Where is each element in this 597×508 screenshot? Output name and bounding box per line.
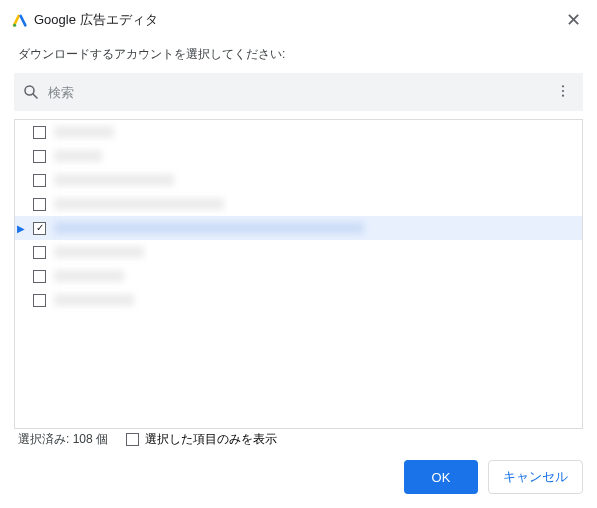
svg-point-1 [25, 86, 34, 95]
account-row[interactable] [15, 264, 582, 288]
account-name-redacted [54, 126, 114, 138]
account-checkbox[interactable] [33, 198, 46, 211]
close-icon[interactable]: ✕ [562, 11, 585, 29]
account-name-redacted [54, 246, 144, 258]
google-ads-logo-icon [12, 12, 28, 28]
account-row[interactable] [15, 168, 582, 192]
account-checkbox[interactable] [33, 294, 46, 307]
svg-point-5 [562, 94, 564, 96]
cancel-button[interactable]: キャンセル [488, 460, 583, 494]
selected-count: 選択済み: 108 個 [18, 431, 108, 448]
svg-point-0 [13, 24, 16, 27]
account-checkbox[interactable] [33, 174, 46, 187]
account-row[interactable]: ▶ [15, 216, 582, 240]
ok-button[interactable]: OK [404, 460, 478, 494]
account-name-redacted [54, 222, 364, 234]
account-list: ▶ [14, 119, 583, 429]
account-name-redacted [54, 174, 174, 186]
account-checkbox[interactable] [33, 246, 46, 259]
account-name-redacted [54, 150, 102, 162]
instructions-text: ダウンロードするアカウントを選択してください: [0, 32, 597, 73]
footer-bar: 選択済み: 108 個 選択した項目のみを表示 [0, 431, 597, 448]
account-row[interactable] [15, 144, 582, 168]
account-name-redacted [54, 270, 124, 282]
account-row[interactable] [15, 192, 582, 216]
account-checkbox[interactable] [33, 270, 46, 283]
svg-point-4 [562, 89, 564, 91]
show-selected-only-checkbox[interactable] [126, 433, 139, 446]
current-row-indicator-icon: ▶ [17, 223, 25, 234]
account-name-redacted [54, 198, 224, 210]
account-row[interactable] [15, 120, 582, 144]
account-row[interactable] [15, 288, 582, 312]
svg-point-3 [562, 85, 564, 87]
account-name-redacted [54, 294, 134, 306]
titlebar: Google 広告エディタ ✕ [0, 0, 597, 32]
show-selected-only-toggle[interactable]: 選択した項目のみを表示 [126, 431, 277, 448]
search-bar [14, 73, 583, 111]
search-icon [22, 83, 40, 101]
account-checkbox[interactable] [33, 126, 46, 139]
search-input[interactable] [40, 85, 551, 100]
window-title: Google 広告エディタ [34, 11, 158, 29]
account-checkbox[interactable] [33, 150, 46, 163]
account-checkbox[interactable] [33, 222, 46, 235]
svg-line-2 [33, 94, 37, 98]
dialog-buttons: OK キャンセル [404, 460, 583, 494]
more-options-icon[interactable] [551, 79, 575, 106]
show-selected-only-label: 選択した項目のみを表示 [145, 431, 277, 448]
account-row[interactable] [15, 240, 582, 264]
